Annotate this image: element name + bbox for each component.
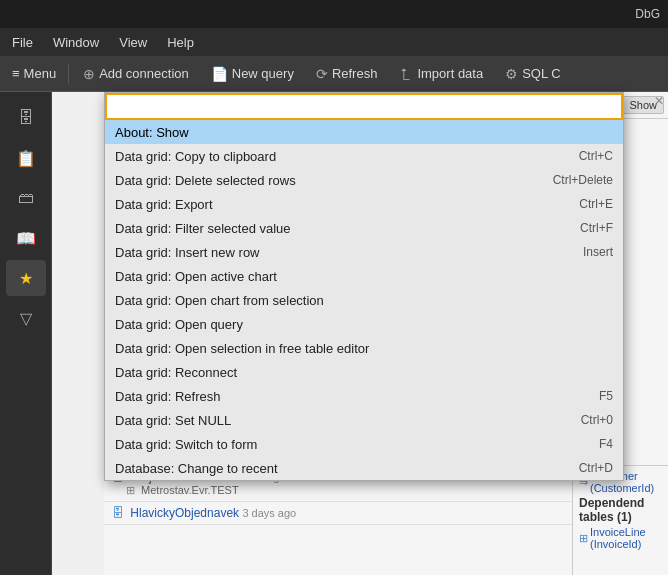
command-list: About: Show Data grid: Copy to clipboard… xyxy=(105,120,623,480)
command-item-export[interactable]: Data grid: Export Ctrl+E xyxy=(105,192,623,216)
add-connection-icon: ⊕ xyxy=(83,66,95,82)
import-label: Import data xyxy=(417,66,483,81)
command-item-filter[interactable]: Data grid: Filter selected value Ctrl+F xyxy=(105,216,623,240)
command-label: Data grid: Copy to clipboard xyxy=(115,149,276,164)
sidebar-icon-database[interactable]: 🗄 xyxy=(6,100,46,136)
main-layout: 🗄 📋 🗃 📖 ★ ▽ ✕ Hide Show About: Show xyxy=(0,92,668,575)
import-data-button[interactable]: ⮤ Import data xyxy=(389,62,493,86)
command-label: Data grid: Switch to form xyxy=(115,437,257,452)
menu-view[interactable]: View xyxy=(111,33,155,52)
command-shortcut: Ctrl+E xyxy=(579,197,613,211)
info-link-invoiceline[interactable]: ⊞ InvoiceLine (InvoiceId) xyxy=(579,526,662,550)
command-label: About: Show xyxy=(115,125,189,140)
command-label: Data grid: Delete selected rows xyxy=(115,173,296,188)
table-icon-1: ⊞ xyxy=(126,484,135,496)
add-connection-button[interactable]: ⊕ Add connection xyxy=(73,62,199,86)
command-label: Data grid: Set NULL xyxy=(115,413,231,428)
command-label: Data grid: Insert new row xyxy=(115,245,260,260)
new-query-label: New query xyxy=(232,66,294,81)
new-query-icon: 📄 xyxy=(211,66,228,82)
info-panel: ⇒ Customer (CustomerId) Dependend tables… xyxy=(572,465,668,575)
refresh-button[interactable]: ⟳ Refresh xyxy=(306,62,388,86)
hamburger-menu[interactable]: ≡ Menu xyxy=(4,62,64,85)
import-icon: ⮤ xyxy=(399,66,413,82)
toolbar: ≡ Menu ⊕ Add connection 📄 New query ⟳ Re… xyxy=(0,56,668,92)
item-sub-1: ⊞ Metrostav.Evr.TEST xyxy=(112,484,564,497)
command-item-reconnect[interactable]: Data grid: Reconnect xyxy=(105,360,623,384)
command-item-insert-row[interactable]: Data grid: Insert new row Insert xyxy=(105,240,623,264)
command-palette: About: Show Data grid: Copy to clipboard… xyxy=(104,92,624,481)
command-item-about-show[interactable]: About: Show xyxy=(105,120,623,144)
list-item-hlavicky[interactable]: 🗄 HlavickyObjednavek 3 days ago xyxy=(104,502,572,525)
command-shortcut: F5 xyxy=(599,389,613,403)
db-icon-2: 🗄 xyxy=(112,506,124,520)
item-sub-label-1: Metrostav.Evr.TEST xyxy=(141,484,239,496)
title-bar: DbG xyxy=(0,0,668,28)
menu-file[interactable]: File xyxy=(4,33,41,52)
command-label: Database: Change to recent xyxy=(115,461,278,476)
sidebar-icon-document[interactable]: 📋 xyxy=(6,140,46,176)
command-label: Data grid: Open query xyxy=(115,317,243,332)
command-shortcut: F4 xyxy=(599,437,613,451)
link-icon-2: ⊞ xyxy=(579,532,588,545)
hamburger-icon: ≡ xyxy=(12,66,20,81)
command-shortcut: Ctrl+0 xyxy=(581,413,613,427)
sidebar-icon-archive[interactable]: 🗃 xyxy=(6,180,46,216)
content-area: ✕ Hide Show About: Show Data grid: Copy … xyxy=(52,92,668,575)
sidebar-icon-filter[interactable]: ▽ xyxy=(6,300,46,336)
toolbar-divider-1 xyxy=(68,64,69,84)
item-label-hlavicky: HlavickyObjednavek xyxy=(130,506,239,520)
command-item-refresh[interactable]: Data grid: Refresh F5 xyxy=(105,384,623,408)
command-item-change-recent[interactable]: Database: Change to recent Ctrl+D xyxy=(105,456,623,480)
command-label: Data grid: Open selection in free table … xyxy=(115,341,369,356)
sidebar-icon-book[interactable]: 📖 xyxy=(6,220,46,256)
command-item-open-query[interactable]: Data grid: Open query xyxy=(105,312,623,336)
menu-label: Menu xyxy=(24,66,57,81)
menu-help[interactable]: Help xyxy=(159,33,202,52)
sidebar-icon-favorites[interactable]: ★ xyxy=(6,260,46,296)
info-link-invoiceline-label: InvoiceLine (InvoiceId) xyxy=(590,526,662,550)
dependend-tables-heading: Dependend tables (1) xyxy=(579,496,662,524)
sql-icon: ⚙ xyxy=(505,66,518,82)
command-item-chart-from-selection[interactable]: Data grid: Open chart from selection xyxy=(105,288,623,312)
command-item-copy-clipboard[interactable]: Data grid: Copy to clipboard Ctrl+C xyxy=(105,144,623,168)
command-item-switch-form[interactable]: Data grid: Switch to form F4 xyxy=(105,432,623,456)
command-shortcut: Ctrl+C xyxy=(579,149,613,163)
command-label: Data grid: Open active chart xyxy=(115,269,277,284)
command-shortcut: Insert xyxy=(583,245,613,259)
sidebar: 🗄 📋 🗃 📖 ★ ▽ xyxy=(0,92,52,575)
command-item-open-chart[interactable]: Data grid: Open active chart xyxy=(105,264,623,288)
item-time-2: 3 days ago xyxy=(242,507,296,519)
sql-button[interactable]: ⚙ SQL C xyxy=(495,62,571,86)
refresh-label: Refresh xyxy=(332,66,378,81)
command-item-free-table[interactable]: Data grid: Open selection in free table … xyxy=(105,336,623,360)
new-query-button[interactable]: 📄 New query xyxy=(201,62,304,86)
command-label: Data grid: Reconnect xyxy=(115,365,237,380)
command-shortcut: Ctrl+F xyxy=(580,221,613,235)
command-label: Data grid: Filter selected value xyxy=(115,221,291,236)
command-item-set-null[interactable]: Data grid: Set NULL Ctrl+0 xyxy=(105,408,623,432)
command-label: Data grid: Refresh xyxy=(115,389,221,404)
app-title: DbG xyxy=(635,7,660,21)
refresh-icon: ⟳ xyxy=(316,66,328,82)
command-label: Data grid: Open chart from selection xyxy=(115,293,324,308)
close-icon[interactable]: ✕ xyxy=(654,94,664,108)
menu-window[interactable]: Window xyxy=(45,33,107,52)
sql-label: SQL C xyxy=(522,66,561,81)
command-shortcut: Ctrl+Delete xyxy=(553,173,613,187)
command-shortcut: Ctrl+D xyxy=(579,461,613,475)
menu-bar: File Window View Help xyxy=(0,28,668,56)
command-label: Data grid: Export xyxy=(115,197,213,212)
command-search-input[interactable] xyxy=(105,93,623,120)
bottom-list: 🗄 ProjectContract 7 minutes ago ⊞ Metros… xyxy=(104,465,572,575)
command-item-delete-rows[interactable]: Data grid: Delete selected rows Ctrl+Del… xyxy=(105,168,623,192)
add-connection-label: Add connection xyxy=(99,66,189,81)
